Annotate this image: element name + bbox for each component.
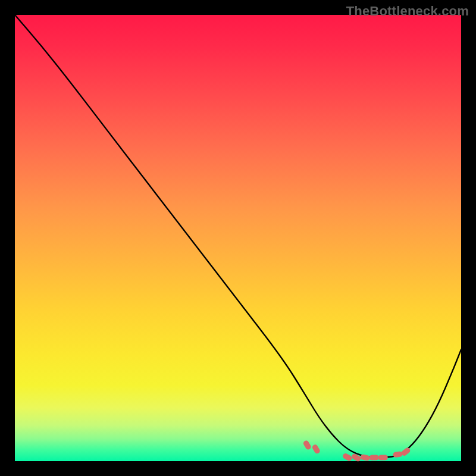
highlight-marker bbox=[378, 455, 388, 460]
highlight-marker bbox=[393, 451, 403, 458]
highlight-marker bbox=[360, 454, 370, 461]
bottleneck-curve bbox=[15, 15, 461, 458]
highlight-marker bbox=[369, 455, 379, 460]
plot-area bbox=[15, 15, 461, 461]
highlight-markers bbox=[302, 440, 411, 462]
chart-frame: TheBottleneck.com bbox=[0, 0, 476, 476]
highlight-marker bbox=[302, 440, 312, 450]
highlight-marker bbox=[342, 452, 353, 462]
highlight-marker bbox=[311, 444, 321, 455]
attribution-label: TheBottleneck.com bbox=[346, 4, 469, 19]
chart-svg bbox=[15, 15, 461, 461]
